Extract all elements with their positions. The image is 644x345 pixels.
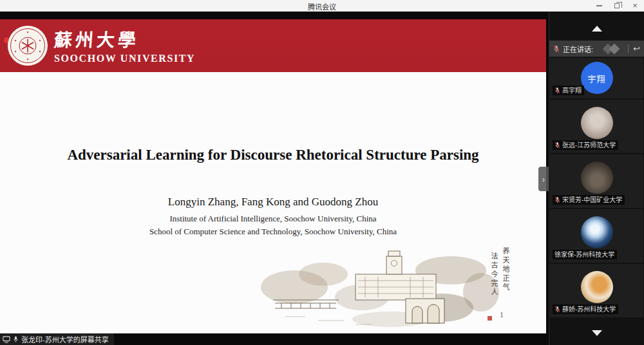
participant-tile[interactable]: 张远-江苏师范大学 (550, 100, 643, 153)
participant-tile[interactable]: 徐家保-苏州科技大学 (550, 209, 643, 263)
reply-arrow-icon[interactable]: ↩ (633, 44, 640, 53)
slide-affiliation-1: Institute of Artificial Intelligence, So… (0, 214, 546, 224)
slide-title: Adversarial Learning for Discourse Rheto… (0, 147, 546, 163)
participant-name-tag: 高宇翔 (553, 86, 584, 95)
close-button[interactable]: × (631, 2, 639, 10)
scroll-up-arrow[interactable] (592, 26, 602, 32)
participant-name-tag: 张远-江苏师范大学 (553, 140, 618, 150)
mic-muted-icon (553, 45, 560, 53)
participant-name: 张远-江苏师范大学 (562, 141, 616, 149)
speaking-avatars-placeholder (601, 44, 623, 54)
participant-tile[interactable]: 宇翔 高宇翔 (550, 58, 643, 98)
screen-share-label: 张龙印-苏州大学的屏幕共享 (21, 334, 109, 344)
slide-page-number: 1 (500, 310, 504, 320)
close-icon: × (632, 2, 638, 10)
participant-name: 宋贤芳-中国矿业大学 (562, 196, 622, 204)
diamond-icon (609, 43, 620, 54)
divider (628, 44, 629, 53)
university-name-english: SOOCHOW UNIVERSITY (54, 53, 195, 64)
participant-name-tag: 宋贤芳-中国矿业大学 (553, 195, 625, 205)
minimize-button[interactable] (595, 2, 603, 10)
slide-authors: Longyin Zhang, Fang Kong and Guodong Zho… (0, 196, 546, 209)
campus-ink-painting: 养天地正气 法古今完人 (259, 247, 515, 330)
presenter-mic-icon (13, 335, 19, 343)
participant-tile[interactable]: 薛娇-苏州科技大学 (550, 264, 643, 317)
campus-painting-image (259, 247, 515, 330)
avatar: 宇翔 (581, 62, 613, 94)
participant-tile[interactable]: 宋贤芳-中国矿业大学 (550, 154, 643, 208)
mic-muted-icon (554, 196, 560, 203)
slide-affiliation-2: School of Computer Science and Technolog… (0, 227, 546, 237)
participant-name: 薛娇-苏州科技大学 (562, 305, 616, 313)
shared-screen-area: 蘇州大學 SOOCHOW UNIVERSITY Adversarial Lear… (0, 12, 644, 345)
avatar (581, 107, 613, 139)
participant-name: 高宇翔 (562, 86, 582, 95)
mic-muted-icon (554, 87, 560, 94)
screen-share-icon (3, 336, 10, 343)
slide-motto-left-column: 法古今完人 (488, 252, 498, 297)
university-name-chinese: 蘇州大學 (53, 26, 140, 51)
participants-sidebar: 正在讲话: ↩ 宇翔 高宇翔 (549, 12, 644, 345)
restore-icon (614, 3, 620, 8)
avatar (581, 216, 613, 248)
mic-muted-icon (554, 306, 560, 313)
chevron-right-icon: › (542, 174, 545, 184)
participant-name: 徐家保-苏州科技大学 (554, 250, 614, 259)
slide-body: Adversarial Learning for Discourse Rheto… (0, 72, 546, 333)
avatar (581, 271, 613, 303)
painting-seal-icon (488, 316, 492, 321)
slide-motto-right-column: 养天地正气 (500, 247, 510, 292)
screen-share-status-bar: 张龙印-苏州大学的屏幕共享 (0, 333, 114, 345)
now-speaking-bar: 正在讲话: ↩ (549, 41, 644, 57)
participant-name-tag: 薛娇-苏州科技大学 (553, 304, 618, 314)
window-controls: × (595, 0, 639, 12)
mic-muted-icon (554, 142, 560, 149)
window-titlebar: 腾讯会议 × (0, 0, 644, 12)
now-speaking-label: 正在讲话: (563, 44, 593, 54)
participant-name-tag: 徐家保-苏州科技大学 (553, 250, 617, 259)
slide-banner: 蘇州大學 SOOCHOW UNIVERSITY (0, 19, 546, 72)
sidebar-collapse-button[interactable]: › (538, 167, 549, 191)
restore-button[interactable] (613, 2, 621, 10)
soochow-university-seal-icon (7, 25, 48, 66)
meeting-window: 腾讯会议 × (0, 0, 644, 345)
window-title: 腾讯会议 (0, 1, 644, 12)
minimize-icon (596, 5, 602, 6)
avatar (581, 162, 613, 194)
scroll-down-arrow[interactable] (592, 330, 602, 336)
